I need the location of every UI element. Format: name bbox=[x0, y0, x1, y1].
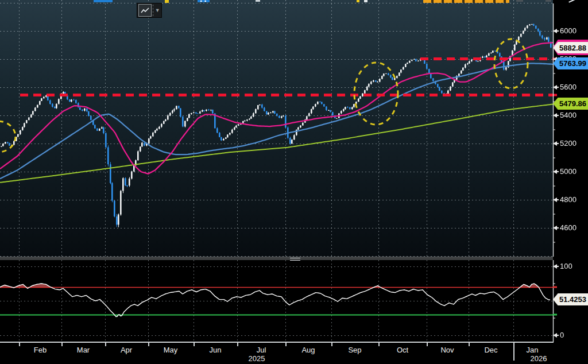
panel-splitter[interactable] bbox=[0, 257, 553, 260]
y-axis-label: 5600 bbox=[560, 83, 577, 91]
x-axis-year-label: 2025 bbox=[249, 354, 265, 363]
y-axis-label: 4800 bbox=[560, 195, 577, 204]
green-ma-badge: 5479.86 bbox=[553, 98, 588, 110]
x-axis-tick bbox=[105, 343, 106, 346]
gray-fragment bbox=[516, 0, 523, 2]
rsi-value-badge: 51.4253 bbox=[553, 293, 588, 305]
x-axis-month-label: Jul bbox=[257, 346, 266, 354]
x-axis-month-label: Dec bbox=[484, 346, 497, 354]
caret-down-icon[interactable]: ▼ bbox=[153, 5, 161, 16]
orange-bar-fragment bbox=[423, 0, 509, 3]
white-fragment bbox=[256, 0, 260, 2]
x-axis-tick bbox=[237, 343, 238, 346]
x-axis-month-label: Jan bbox=[527, 346, 539, 354]
x-axis-month-label: Mar bbox=[77, 346, 90, 354]
yellow-dot-fragment bbox=[357, 0, 359, 2]
x-axis-tick bbox=[148, 343, 149, 346]
terminal-chart-window: ▼ FebMarAprMayJunJulAugSepOctNovDecJan20… bbox=[0, 0, 588, 364]
x-axis-month-label: Feb bbox=[34, 346, 47, 354]
blue-dots-fragment bbox=[198, 0, 210, 2]
y-axis-label: 5400 bbox=[560, 111, 577, 119]
blue-ma-badge: 5763.99 bbox=[553, 57, 588, 69]
year-boundary-line bbox=[513, 343, 514, 361]
gray-fragment-2 bbox=[546, 0, 551, 2]
x-axis-month-label: Aug bbox=[301, 346, 315, 354]
mini-flag-fragment bbox=[165, 0, 169, 3]
rsi-chart-canvas[interactable] bbox=[0, 260, 588, 342]
y-axis-label: 4600 bbox=[560, 223, 577, 232]
x-axis-month-label: Sep bbox=[348, 346, 361, 354]
x-axis-tick bbox=[61, 343, 63, 346]
chart-type-button[interactable]: ▼ bbox=[137, 3, 162, 18]
x-axis-tick bbox=[194, 343, 195, 346]
x-axis-tick bbox=[378, 343, 380, 346]
y-axis-label: 5000 bbox=[560, 167, 577, 176]
last-price-badge: 5882.88 bbox=[553, 42, 588, 53]
x-axis-month-label: Oct bbox=[397, 346, 408, 354]
x-axis-year-label: 2026 bbox=[531, 354, 547, 363]
y-axis-label: 0 bbox=[560, 331, 564, 339]
x-axis-tick bbox=[19, 343, 20, 346]
x-axis-area[interactable]: FebMarAprMayJunJulAugSepOctNovDecJan2025… bbox=[0, 343, 588, 364]
blue-tab-fragment bbox=[94, 0, 113, 2]
x-axis-month-label: May bbox=[164, 346, 178, 354]
line-chart-icon bbox=[138, 4, 152, 17]
y-axis-label: 5200 bbox=[560, 139, 577, 148]
x-axis-tick bbox=[469, 343, 470, 346]
y-axis-label: 6000 bbox=[560, 26, 577, 35]
white-dot-fragment bbox=[364, 0, 368, 2]
x-axis-tick bbox=[331, 343, 332, 346]
price-chart-canvas[interactable] bbox=[0, 0, 588, 257]
y-axis-label: 100 bbox=[560, 262, 572, 270]
x-axis-tick bbox=[285, 343, 287, 346]
splitter-grip-icon bbox=[290, 258, 300, 261]
x-axis-month-label: Jun bbox=[210, 346, 222, 354]
x-axis-month-label: Nov bbox=[440, 346, 454, 354]
x-axis-tick bbox=[427, 343, 428, 346]
x-axis-month-label: Apr bbox=[121, 346, 132, 354]
